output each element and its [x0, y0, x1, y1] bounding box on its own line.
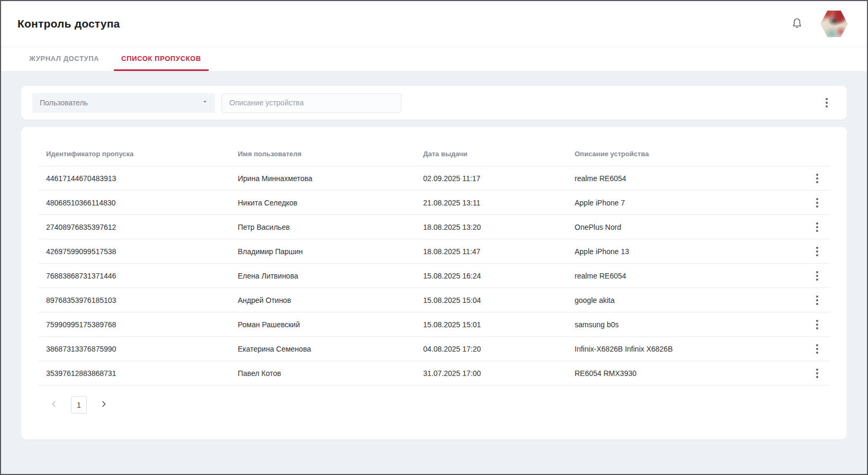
bell-icon: [790, 16, 804, 32]
table-header-row: Идентификатор пропуска Имя пользователя …: [38, 142, 830, 166]
kebab-menu-icon: [816, 247, 818, 256]
cell-device-description: Apple iPhone 7: [567, 199, 804, 207]
device-description-input[interactable]: [221, 93, 401, 113]
cell-pass-id: 89768353976185103: [38, 296, 230, 304]
filter-panel: Пользователь: [21, 86, 847, 120]
cell-user-name: Владимир Паршин: [230, 247, 415, 256]
kebab-menu-icon: [816, 271, 818, 281]
tab-bar: ЖУРНАЛ ДОСТУПА СПИСОК ПРОПУСКОВ: [1, 47, 867, 71]
column-header-issue-date: Дата выдачи: [415, 150, 567, 158]
row-actions-menu-button[interactable]: [810, 317, 825, 332]
row-actions-menu-button[interactable]: [810, 366, 825, 381]
column-header-pass-id: Идентификатор пропуска: [38, 150, 230, 158]
cell-user-name: Никита Селедков: [230, 199, 415, 207]
filter-more-menu-button[interactable]: [819, 95, 834, 110]
tab-access-journal[interactable]: ЖУРНАЛ ДОСТУПА: [22, 47, 106, 71]
kebab-menu-icon: [826, 98, 828, 107]
row-actions-menu-button[interactable]: [810, 293, 825, 308]
tab-pass-list[interactable]: СПИСОК ПРОПУСКОВ: [114, 47, 209, 71]
kebab-menu-icon: [816, 174, 818, 183]
cell-issue-date: 15.08.2025 16:24: [415, 272, 567, 280]
page-number-button[interactable]: 1: [71, 396, 87, 414]
passes-table-card: Идентификатор пропуска Имя пользователя …: [21, 127, 847, 440]
cell-user-name: Петр Васильев: [230, 223, 415, 231]
cell-pass-id: 42697599099517538: [38, 247, 230, 256]
table-row[interactable]: 48068510366114830 Никита Селедков 21.08.…: [38, 191, 830, 215]
kebab-menu-icon: [816, 320, 818, 329]
cell-device-description: OnePlus Nord: [567, 223, 804, 231]
cell-issue-date: 18.08.2025 13:20: [415, 223, 567, 231]
cell-device-description: RE6054 RMX3930: [567, 369, 804, 378]
top-header: Контроль доступа: [1, 1, 867, 47]
cell-issue-date: 15.08.2025 15:04: [415, 296, 567, 304]
page-content: Пользователь Идентификатор пропуска Имя …: [1, 71, 867, 474]
table-row[interactable]: 89768353976185103 Андрей Отинов 15.08.20…: [38, 288, 830, 312]
cell-issue-date: 02.09.2025 11:17: [415, 174, 567, 183]
page-title: Контроль доступа: [17, 17, 120, 30]
cell-pass-id: 38687313376875990: [38, 345, 230, 353]
table-row[interactable]: 76883868731371446 Елена Литвинова 15.08.…: [38, 264, 830, 288]
cell-user-name: Ирина Миннахметова: [230, 174, 415, 183]
chevron-left-icon: [49, 399, 59, 410]
cell-user-name: Андрей Отинов: [230, 296, 415, 304]
cell-pass-id: 27408976835397612: [38, 223, 230, 231]
row-actions-menu-button[interactable]: [810, 195, 825, 210]
table-row[interactable]: 35397612883868731 Павел Котов 31.07.2025…: [38, 361, 830, 386]
table-row[interactable]: 44617144670483913 Ирина Миннахметова 02.…: [38, 166, 830, 191]
row-actions-menu-button[interactable]: [810, 171, 825, 186]
cell-pass-id: 44617144670483913: [38, 174, 230, 183]
next-page-button[interactable]: [95, 397, 112, 414]
chevron-down-icon: [201, 98, 209, 107]
table-row[interactable]: 42697599099517538 Владимир Паршин 18.08.…: [38, 239, 830, 264]
kebab-menu-icon: [816, 344, 818, 354]
kebab-menu-icon: [816, 369, 818, 378]
cell-pass-id: 35397612883868731: [38, 369, 230, 378]
row-actions-menu-button[interactable]: [810, 342, 825, 356]
cell-device-description: Infinix-X6826B Infinix X6826B: [567, 345, 804, 353]
cell-issue-date: 15.08.2025 15:01: [415, 320, 567, 329]
table-row[interactable]: 38687313376875990 Екатерина Семенова 04.…: [38, 337, 830, 361]
cell-device-description: realme RE6054: [567, 174, 804, 183]
cell-pass-id: 48068510366114830: [38, 199, 230, 207]
pagination: 1: [46, 396, 830, 414]
row-actions-menu-button[interactable]: [810, 220, 825, 235]
kebab-menu-icon: [816, 222, 818, 232]
column-header-device-description: Описание устройства: [567, 150, 804, 158]
user-filter-select[interactable]: Пользователь: [32, 93, 215, 113]
chevron-right-icon: [99, 399, 109, 410]
cell-pass-id: 75990995175389768: [38, 320, 230, 329]
cell-issue-date: 21.08.2025 13:11: [415, 199, 567, 207]
cell-user-name: Екатерина Семенова: [230, 345, 415, 353]
header-actions: [788, 11, 848, 37]
cell-issue-date: 04.08.2025 17:20: [415, 345, 567, 353]
cell-issue-date: 31.07.2025 17:00: [415, 369, 567, 378]
table-row[interactable]: 27408976835397612 Петр Васильев 18.08.20…: [38, 215, 830, 239]
cell-device-description: samsung b0s: [567, 320, 804, 329]
notifications-button[interactable]: [788, 14, 807, 33]
access-control-window: Контроль доступа ЖУРНАЛ ДОСТУПА СПИСОК П…: [0, 0, 868, 475]
user-avatar[interactable]: [820, 11, 848, 37]
kebab-menu-icon: [816, 295, 818, 305]
table-body: 44617144670483913 Ирина Миннахметова 02.…: [38, 166, 830, 386]
kebab-menu-icon: [816, 198, 818, 208]
cell-user-name: Елена Литвинова: [230, 272, 415, 280]
table-row[interactable]: 75990995175389768 Роман Рашевский 15.08.…: [38, 312, 830, 337]
cell-user-name: Павел Котов: [230, 369, 415, 378]
cell-device-description: Apple iPhone 13: [567, 247, 804, 256]
cell-device-description: google akita: [567, 296, 804, 304]
row-actions-menu-button[interactable]: [810, 244, 825, 259]
user-filter-label: Пользователь: [40, 98, 201, 107]
cell-pass-id: 76883868731371446: [38, 272, 230, 280]
cell-device-description: realme RE6054: [567, 272, 804, 280]
previous-page-button[interactable]: [46, 397, 62, 414]
cell-user-name: Роман Рашевский: [230, 320, 415, 329]
column-header-user-name: Имя пользователя: [230, 150, 415, 158]
row-actions-menu-button[interactable]: [810, 268, 825, 283]
cell-issue-date: 18.08.2025 11:47: [415, 247, 567, 256]
